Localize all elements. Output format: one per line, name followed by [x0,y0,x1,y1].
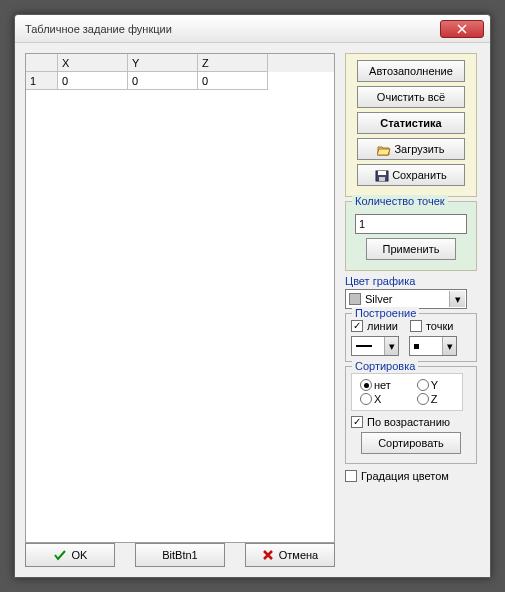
close-button[interactable] [440,20,484,38]
save-button[interactable]: Сохранить [357,164,465,186]
cancel-button[interactable]: Отмена [245,543,335,567]
action-panel: Автозаполнение Очистить всё Статистика З… [345,53,477,197]
points-label: точки [426,320,453,332]
svg-rect-1 [378,171,386,175]
sort-none-radio[interactable]: нет [360,379,407,391]
ascending-label: По возрастанию [367,416,450,428]
floppy-icon [375,170,389,182]
sort-z-radio[interactable]: Z [417,393,454,405]
check-icon [53,549,67,561]
close-icon [457,24,467,34]
gradation-checkbox[interactable] [345,470,357,482]
window-title: Табличное задание функции [25,23,440,35]
points-count-legend: Количество точек [352,195,448,207]
grid-cell-y[interactable]: 0 [128,72,198,90]
color-swatch [349,293,361,305]
chevron-down-icon: ▾ [449,291,465,307]
grid-cell-x[interactable]: 0 [58,72,128,90]
load-button[interactable]: Загрузить [357,138,465,160]
sorting-group: Сортировка нет Y X Z По возрастанию Сорт… [345,366,477,464]
grid-row-header: 1 [26,72,58,90]
x-icon [262,549,274,561]
color-combo[interactable]: Silver ▾ [345,289,467,309]
lines-checkbox[interactable] [351,320,363,332]
graph-color-label: Цвет графика [345,275,477,287]
cancel-label: Отмена [279,549,318,561]
grid-corner [26,54,58,72]
lines-label: линии [367,320,398,332]
line-style-combo[interactable]: ▾ [351,336,399,356]
chevron-down-icon: ▾ [442,337,456,355]
points-count-input[interactable] [355,214,467,234]
svg-rect-2 [379,177,385,181]
ok-label: OK [72,549,88,561]
folder-open-icon [377,144,391,156]
ascending-checkbox[interactable] [351,416,363,428]
points-panel: Количество точек Применить [345,201,477,271]
point-style-combo[interactable]: ▾ [409,336,457,356]
grid-header-z[interactable]: Z [198,54,268,72]
bitbtn1-label: BitBtn1 [162,549,197,561]
color-value: Silver [365,293,393,305]
load-label: Загрузить [394,143,444,155]
titlebar: Табличное задание функции [15,15,490,43]
bitbtn1-button[interactable]: BitBtn1 [135,543,225,567]
sort-button[interactable]: Сортировать [361,432,461,454]
sort-y-radio[interactable]: Y [417,379,454,391]
apply-button[interactable]: Применить [366,238,456,260]
autofill-button[interactable]: Автозаполнение [357,60,465,82]
construction-group: Построение линии точки ▾ ▾ [345,313,477,362]
chevron-down-icon: ▾ [384,337,398,355]
ok-button[interactable]: OK [25,543,115,567]
table-row[interactable]: 1 0 0 0 [26,72,334,90]
sort-x-radio[interactable]: X [360,393,407,405]
save-label: Сохранить [392,169,447,181]
data-grid[interactable]: X Y Z 1 0 0 0 [25,53,335,543]
grid-cell-z[interactable]: 0 [198,72,268,90]
grid-header-x[interactable]: X [58,54,128,72]
grid-header-y[interactable]: Y [128,54,198,72]
stats-button[interactable]: Статистика [357,112,465,134]
points-checkbox[interactable] [410,320,422,332]
clear-button[interactable]: Очистить всё [357,86,465,108]
sorting-legend: Сортировка [352,360,418,372]
construction-legend: Построение [352,307,419,319]
gradation-label: Градация цветом [361,470,449,482]
